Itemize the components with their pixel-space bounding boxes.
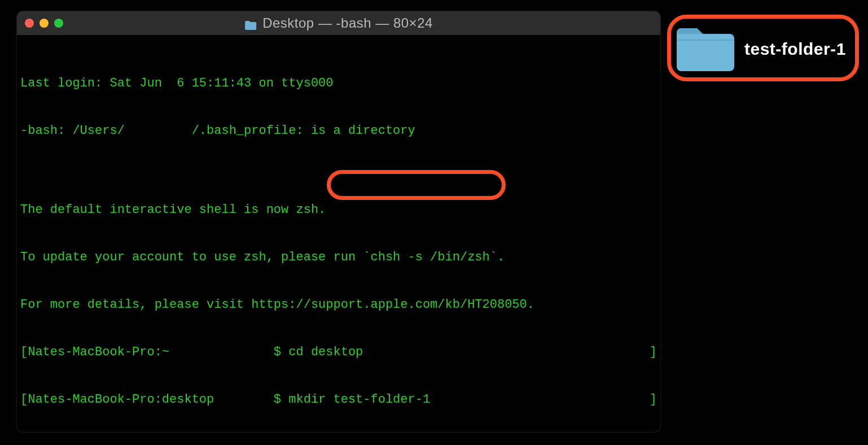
minimize-button[interactable] [40, 19, 49, 28]
close-button[interactable] [25, 19, 34, 28]
terminal-output[interactable]: Last login: Sat Jun 6 15:11:43 on ttys00… [17, 35, 660, 432]
terminal-prompt-line: [Nates-MacBook-Pro:~ $ cd desktop ] [20, 344, 657, 360]
maximize-button[interactable] [54, 19, 63, 28]
desktop-folder-item[interactable]: test-folder-1 [674, 24, 846, 75]
prompt-left: [Nates-MacBook-Pro:desktop $ mkdir test-… [20, 392, 430, 408]
terminal-prompt-line: [Nates-MacBook-Pro:desktop $ mkdir test-… [20, 392, 657, 408]
titlebar-title-group: Desktop — -bash — 80×24 [244, 15, 433, 31]
folder-icon [244, 18, 257, 28]
terminal-line: -bash: /Users/ /.bash_profile: is a dire… [20, 123, 657, 139]
window-title: Desktop — -bash — 80×24 [262, 15, 433, 31]
terminal-line: For more details, please visit https://s… [20, 297, 657, 313]
prompt-right: ] [650, 392, 657, 408]
prompt-right: ] [650, 344, 657, 360]
terminal-window[interactable]: Desktop — -bash — 80×24 Last login: Sat … [17, 11, 660, 432]
terminal-line: Last login: Sat Jun 6 15:11:43 on ttys00… [20, 76, 657, 91]
terminal-line: The default interactive shell is now zsh… [20, 202, 657, 218]
terminal-line: To update your account to use zsh, pleas… [20, 250, 657, 265]
prompt-left: [Nates-MacBook-Pro:~ $ cd desktop [20, 344, 363, 360]
annotation-highlight [327, 170, 506, 200]
folder-label: test-folder-1 [744, 40, 846, 59]
titlebar[interactable]: Desktop — -bash — 80×24 [17, 11, 660, 35]
folder-icon [674, 24, 737, 75]
traffic-lights [25, 19, 63, 28]
